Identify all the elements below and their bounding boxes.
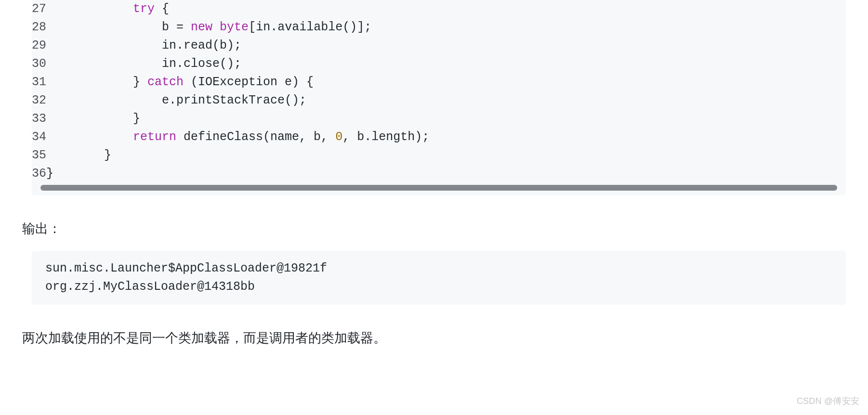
code-row: 28 b = new byte[in.available()]; [32,18,846,37]
code-block: 27 try {28 b = new byte[in.available()];… [32,0,846,195]
line-number: 31 [32,73,46,91]
code-line: return defineClass(name, b, 0, b.length)… [46,128,846,146]
line-number: 30 [32,55,46,73]
code-line: } [46,165,846,183]
code-row: 29 in.read(b); [32,37,846,55]
horizontal-scrollbar[interactable] [40,185,837,191]
code-table: 27 try {28 b = new byte[in.available()];… [32,0,846,183]
line-number: 27 [32,0,46,18]
code-line: try { [46,0,846,18]
output-heading: 输出： [22,219,846,239]
code-token: return [133,130,176,144]
code-token: byte [220,20,249,34]
code-row: 32 e.printStackTrace(); [32,91,846,110]
code-line: } catch (IOException e) { [46,73,846,91]
line-number: 29 [32,37,46,55]
line-number: 36 [32,165,46,183]
code-line: in.close(); [46,55,846,73]
explanation-paragraph: 两次加载使用的不是同一个类加载器，而是调用者的类加载器。 [22,328,846,349]
code-line: b = new byte[in.available()]; [46,18,846,37]
code-line: in.read(b); [46,37,846,55]
code-row: 35 } [32,146,846,165]
code-row: 30 in.close(); [32,55,846,73]
output-line: org.zzj.MyClassLoader@14318bb [45,280,255,294]
line-number: 35 [32,146,46,165]
code-line: e.printStackTrace(); [46,91,846,110]
output-line: sun.misc.Launcher$AppClassLoader@19821f [45,261,327,275]
code-row: 36} [32,165,846,183]
code-token: try [133,2,155,16]
code-row: 31 } catch (IOException e) { [32,73,846,91]
code-row: 27 try { [32,0,846,18]
line-number: 28 [32,18,46,37]
code-line: } [46,146,846,165]
code-token: 0 [335,130,342,144]
line-number: 34 [32,128,46,146]
code-token: catch [147,75,184,89]
output-block: sun.misc.Launcher$AppClassLoader@19821f … [32,251,846,305]
code-row: 33 } [32,110,846,128]
code-line: } [46,110,846,128]
code-row: 34 return defineClass(name, b, 0, b.leng… [32,128,846,146]
line-number: 32 [32,91,46,110]
line-number: 33 [32,110,46,128]
code-token: new [191,20,212,34]
